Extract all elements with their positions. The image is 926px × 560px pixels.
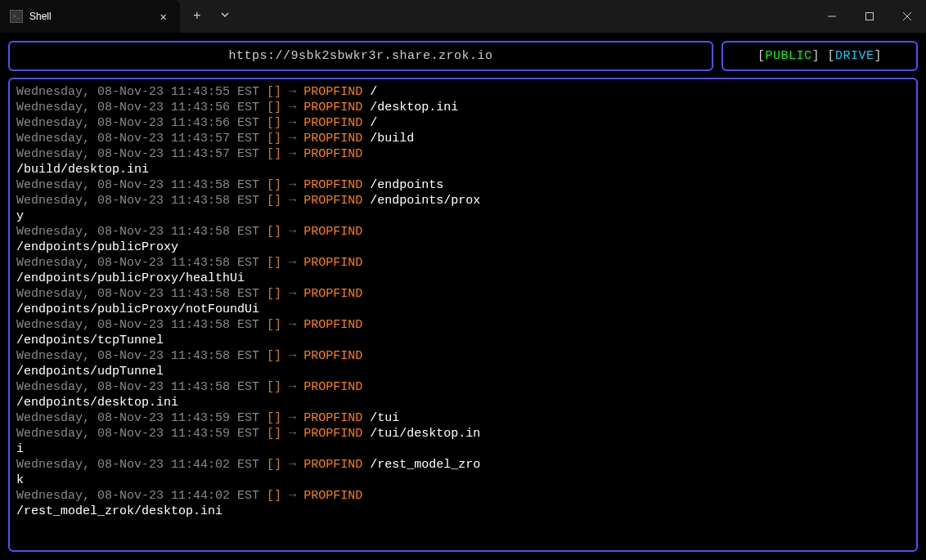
log-panel[interactable]: Wednesday, 08-Nov-23 11:43:55 EST [] → P… [8,78,918,552]
log-entry: Wednesday, 08-Nov-23 11:43:58 EST [] → P… [16,379,910,395]
drive-badge: DRIVE [835,49,874,63]
tab-actions: + [180,0,239,33]
svg-rect-1 [866,13,874,20]
log-entry-wrap: /build/desktop.ini [16,162,910,177]
log-entry: Wednesday, 08-Nov-23 11:43:56 EST [] → P… [16,100,910,115]
close-tab-icon[interactable]: ✕ [157,8,170,25]
maximize-button[interactable] [851,0,888,33]
log-entry: Wednesday, 08-Nov-23 11:43:58 EST [] → P… [16,193,910,208]
log-entry: Wednesday, 08-Nov-23 11:43:58 EST [] → P… [16,317,910,333]
log-entry-wrap: /endpoints/udpTunnel [16,364,910,379]
log-entry-wrap: k [16,473,910,488]
tab-shell[interactable]: >_ Shell ✕ [0,0,180,33]
log-entry-wrap: y [16,208,910,224]
log-entry: Wednesday, 08-Nov-23 11:43:58 EST [] → P… [16,286,910,302]
window-controls [813,0,926,33]
log-entry: Wednesday, 08-Nov-23 11:43:59 EST [] → P… [16,426,910,441]
tab-title: Shell [29,11,151,22]
log-entry: Wednesday, 08-Nov-23 11:44:02 EST [] → P… [16,488,910,504]
log-entry-wrap: /rest_model_zrok/desktop.ini [16,504,910,519]
log-entry: Wednesday, 08-Nov-23 11:44:02 EST [] → P… [16,457,910,473]
close-window-button[interactable] [888,0,926,33]
terminal-window: >_ Shell ✕ + https://9sbk2sbwkr3r.share.… [0,0,926,560]
terminal-body[interactable]: https://9sbk2sbwkr3r.share.zrok.io [PUBL… [0,33,926,560]
titlebar: >_ Shell ✕ + [0,0,926,33]
header-row: https://9sbk2sbwkr3r.share.zrok.io [PUBL… [8,41,918,71]
new-tab-button[interactable]: + [187,6,208,27]
log-entry: Wednesday, 08-Nov-23 11:43:59 EST [] → P… [16,410,910,426]
log-entry: Wednesday, 08-Nov-23 11:43:57 EST [] → P… [16,131,910,146]
status-badges: [PUBLIC] [DRIVE] [721,41,918,71]
log-entry: Wednesday, 08-Nov-23 11:43:58 EST [] → P… [16,224,910,240]
share-url: https://9sbk2sbwkr3r.share.zrok.io [8,41,713,71]
log-entry: Wednesday, 08-Nov-23 11:43:56 EST [] → P… [16,115,910,131]
tab-dropdown-icon[interactable] [218,7,232,25]
log-entry: Wednesday, 08-Nov-23 11:43:58 EST [] → P… [16,177,910,193]
public-badge: PUBLIC [765,49,811,63]
log-entry: Wednesday, 08-Nov-23 11:43:57 EST [] → P… [16,146,910,162]
log-entry-wrap: i [16,441,910,457]
log-entry: Wednesday, 08-Nov-23 11:43:58 EST [] → P… [16,348,910,364]
minimize-button[interactable] [813,0,851,33]
log-entry: Wednesday, 08-Nov-23 11:43:58 EST [] → P… [16,255,910,271]
terminal-icon: >_ [10,10,23,23]
log-entry-wrap: /endpoints/tcpTunnel [16,333,910,348]
log-entry-wrap: /endpoints/publicProxy/notFoundUi [16,302,910,317]
log-entry-wrap: /endpoints/desktop.ini [16,395,910,410]
log-entry-wrap: /endpoints/publicProxy/healthUi [16,271,910,286]
log-entry: Wednesday, 08-Nov-23 11:43:55 EST [] → P… [16,84,910,100]
log-entry-wrap: /endpoints/publicProxy [16,240,910,255]
